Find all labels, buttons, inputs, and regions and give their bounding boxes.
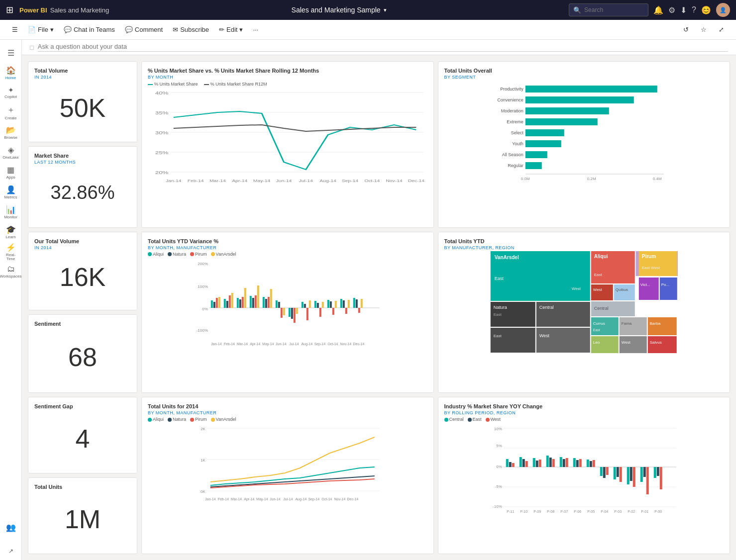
sidebar-item-copilot[interactable]: ✦ Copilot [2, 84, 20, 101]
svg-text:East: East [594, 273, 602, 277]
total-units-overall-chart: Productivity Convenience Moderation Extr… [444, 80, 724, 221]
sidebar-item-menu[interactable]: ☰ [2, 44, 20, 62]
favorite-button[interactable]: ☆ [697, 24, 711, 35]
card-total-units-2014[interactable]: Total Units for 2014 BY MONTH, MANUFACTU… [141, 397, 434, 554]
download-button[interactable]: ⬇ [680, 5, 687, 15]
sentiment-value: 68 [34, 328, 131, 386]
svg-rect-75 [302, 302, 304, 308]
svg-text:P-10: P-10 [520, 510, 527, 513]
comment-button[interactable]: 💬 Comment [121, 24, 167, 35]
svg-rect-47 [211, 300, 213, 308]
sidebar-item-browse[interactable]: 📂 Browse [2, 123, 20, 141]
svg-rect-205 [606, 467, 608, 475]
svg-rect-62 [257, 285, 259, 308]
sidebar-item-monitor[interactable]: 📊 Monitor [2, 203, 20, 221]
refresh-button[interactable]: ↺ [679, 24, 693, 35]
card-total-volume-title: Total Volume [34, 68, 131, 74]
search-input[interactable] [584, 6, 634, 13]
subscribe-button[interactable]: ✉ Subscribe [169, 24, 213, 35]
sidebar-item-learn[interactable]: 🎓 Learn [2, 223, 20, 241]
comment-label: Comment [135, 26, 163, 33]
svg-text:Leo: Leo [593, 340, 600, 345]
svg-rect-76 [304, 304, 306, 308]
total-units-value: 1M [34, 491, 131, 548]
more-button[interactable]: ··· [249, 24, 262, 35]
card-industry-yoy[interactable]: Industry % Market Share YOY Change BY RO… [438, 397, 731, 554]
svg-text:Central: Central [539, 305, 553, 310]
fullscreen-button[interactable]: ⤢ [715, 24, 728, 35]
svg-rect-217 [659, 467, 662, 489]
svg-text:Currus: Currus [593, 321, 605, 326]
card-ytd-variance[interactable]: Total Units YTD Variance % BY MONTH, MAN… [141, 232, 434, 393]
svg-text:P-07: P-07 [560, 510, 568, 513]
card-our-total-volume[interactable]: Our Total Volume IN 2014 16K [28, 232, 137, 310]
svg-rect-216 [656, 467, 659, 476]
sidebar-item-realtime[interactable]: ⚡ Real-Time [2, 243, 20, 261]
feedback-button[interactable]: 😊 [701, 5, 711, 15]
chevron-down-icon[interactable]: ▾ [384, 7, 387, 13]
svg-rect-136 [659, 278, 677, 300]
svg-text:P-01: P-01 [641, 510, 648, 513]
card-total-units[interactable]: Total Units 1M [28, 477, 137, 554]
svg-rect-50 [218, 297, 220, 308]
notifications-button[interactable]: 🔔 [653, 5, 663, 15]
chat-teams-button[interactable]: 💬 Chat in Teams [60, 24, 119, 35]
svg-rect-192 [549, 458, 551, 467]
svg-rect-201 [589, 461, 592, 467]
svg-rect-199 [579, 459, 581, 467]
svg-rect-214 [646, 467, 648, 494]
card-sentiment[interactable]: Sentiment 68 [28, 314, 137, 393]
waffle-icon[interactable]: ⊞ [6, 4, 13, 15]
svg-rect-65 [268, 297, 270, 308]
settings-button[interactable]: ⚙ [668, 5, 675, 15]
card-market-share-title: Market Share [34, 153, 131, 159]
sidebar-label-home: Home [5, 76, 16, 80]
svg-text:Jan-14: Jan-14 [166, 179, 182, 183]
svg-rect-52 [226, 301, 228, 308]
our-total-volume-subtitle: IN 2014 [34, 245, 131, 250]
menu-toggle-button[interactable]: ☰ [8, 24, 22, 35]
svg-rect-141 [591, 317, 618, 335]
card-total-units-overall[interactable]: Total Units Overall BY SEGMENT Productiv… [438, 61, 731, 228]
sidebar-item-home[interactable]: 🏠 Home [2, 64, 20, 82]
left-column-row3: Sentiment Gap 4 Total Units 1M [28, 397, 137, 554]
file-button[interactable]: 📄 File ▾ [24, 24, 58, 35]
avatar[interactable]: 👤 [716, 3, 730, 17]
sidebar-label-realtime: Real-Time [2, 253, 20, 261]
edit-button[interactable]: ✏ Edit ▾ [215, 24, 247, 35]
card-total-volume[interactable]: Total Volume IN 2014 50K [28, 61, 137, 142]
qa-input[interactable] [38, 43, 728, 52]
card-market-share[interactable]: Market Share LAST 12 MONTHS 32.86% [28, 146, 137, 227]
search-box[interactable]: 🔍 [569, 3, 648, 16]
card-units-market-share[interactable]: % Units Market Share vs. % Units Market … [141, 61, 434, 228]
svg-rect-196 [565, 458, 568, 467]
copilot-icon: ✦ [8, 86, 14, 94]
card-market-share-subtitle: LAST 12 MONTHS [34, 160, 131, 165]
card-sentiment-gap[interactable]: Sentiment Gap 4 [28, 397, 137, 473]
svg-rect-74 [296, 308, 298, 314]
sidebar-label-learn: Learn [5, 235, 15, 239]
card-total-units-ytd[interactable]: Total Units YTD BY MANUFACTURER, REGION … [438, 232, 731, 393]
help-button[interactable]: ? [692, 5, 696, 14]
sidebar-item-metrics[interactable]: 👤 Metrics [2, 183, 20, 201]
sentiment-gap-title: Sentiment Gap [34, 403, 131, 409]
svg-rect-197 [573, 458, 575, 467]
sidebar-item-create[interactable]: ＋ Create [2, 103, 20, 121]
sidebar-item-onelake[interactable]: ◈ OneLake [2, 143, 20, 161]
sidebar-item-workspaces[interactable]: 🗂 Workspaces [2, 263, 20, 280]
total-units-ytd-title: Total Units YTD [444, 238, 724, 244]
svg-text:20%: 20% [155, 170, 169, 175]
svg-rect-204 [603, 467, 605, 478]
svg-rect-68 [278, 302, 280, 308]
sidebar-item-people[interactable]: 👥 [2, 518, 20, 536]
svg-text:Oct-14: Oct-14 [364, 179, 380, 183]
svg-text:Apr-14: Apr-14 [250, 342, 260, 346]
powerbi-logo: Power BI [19, 6, 47, 14]
sidebar-item-apps[interactable]: ▦ Apps [2, 163, 20, 181]
total-units-2014-legend: Aliqui Natura Pirum VanArsdel [148, 417, 427, 422]
units-ms-subtitle: BY MONTH [148, 75, 427, 80]
svg-rect-119 [536, 328, 590, 353]
sidebar-item-expand[interactable]: ↗ [2, 542, 20, 560]
svg-rect-126 [614, 284, 634, 300]
main-layout: ☰ 🏠 Home ✦ Copilot ＋ Create 📂 Browse ◈ O… [0, 40, 736, 560]
